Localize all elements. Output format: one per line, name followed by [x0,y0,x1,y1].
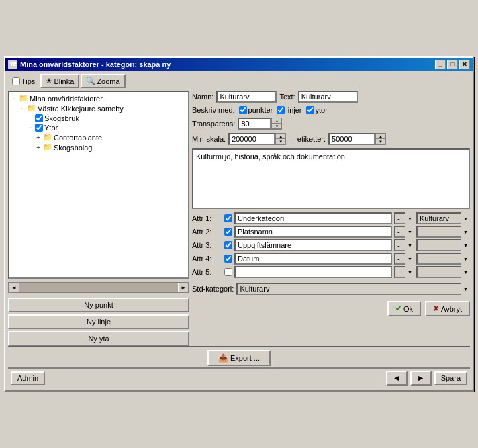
attr-rows: Attr 1: - ▼ Kulturarv [192,212,470,279]
tree-check-3[interactable] [35,124,43,132]
scroll-right-button[interactable]: ► [178,283,189,292]
avbryt-icon: ✘ [433,304,439,313]
etiketter-spin-up[interactable]: ▲ [376,134,385,139]
namn-text-row: Namn: Kulturarv Text: Kulturarv [192,91,470,103]
tree-item-2[interactable]: Skogsbruk [27,114,187,123]
export-label: Export ... [230,354,260,362]
linjer-checkbox-label: linjer [277,106,301,114]
text-input[interactable]: Kulturarv [298,91,358,103]
tree-view[interactable]: − 📁 Mina omvärldsfaktorer − 📁 Västra Kik… [8,91,189,279]
ok-icon: ✔ [395,304,401,313]
attr-5-checkbox[interactable] [224,268,232,276]
attr-4-input[interactable] [234,253,392,265]
transparens-input[interactable]: 80 [238,118,271,130]
punkter-checkbox-label: punkter [239,106,273,114]
attr-1-checkbox[interactable] [224,214,232,222]
attr-5-input[interactable] [234,266,392,278]
window-content: Tips ☀ Blinka 🔍 Zooma − 📁 Mina omv [5,71,473,390]
etiketter-spin-down[interactable]: ▼ [376,139,385,144]
linjer-checkbox[interactable] [277,106,285,114]
attr-3-select1[interactable]: - [394,239,414,251]
etiketter-spin-arrows: ▲ ▼ [375,133,386,145]
attr-2-checkbox[interactable] [224,228,232,236]
std-kategori-label: Std-kategori: [192,285,234,293]
attr-5-select1[interactable]: - [394,266,414,278]
tree-item-4[interactable]: + 📁 Contortaplante [35,132,187,142]
transparens-spin-down[interactable]: ▼ [272,124,281,129]
tree-item-1[interactable]: − 📁 Västra Kikkejaure sameby [19,103,187,114]
attr-2-select1[interactable]: - [394,226,414,238]
ytor-checkbox[interactable] [306,106,314,114]
zooma-button[interactable]: 🔍 Zooma [81,74,125,88]
attr-row-1: Attr 1: - ▼ Kulturarv [192,212,470,224]
ok-button[interactable]: ✔ Ok [387,301,421,316]
attr-row-2: Attr 2: - ▼ ▼ [192,226,470,238]
attr-4-select2[interactable] [416,253,470,265]
attr-5-select2[interactable] [416,266,470,278]
std-kategori-select-wrap: Kulturarv ▼ [236,283,470,295]
blinka-button[interactable]: ☀ Blinka [40,74,79,88]
status-bar: Admin ◄ ► Spara [8,367,470,388]
folder-icon-4: 📁 [43,133,52,142]
tree-item-3[interactable]: − Ytor [27,123,187,132]
namn-input[interactable]: Kulturarv [216,91,277,103]
main-window: 🗺 Mina omvärldsfaktorer - kategori: skap… [4,56,474,392]
transparens-spin-up[interactable]: ▲ [272,118,281,124]
ytor-label: ytor [316,106,328,114]
left-buttons: Ny punkt Ny linje Ny yta [8,298,189,346]
tree-label-0: Mina omvärldsfaktorer [30,95,103,103]
tree-item-root[interactable]: − 📁 Mina omvärldsfaktorer [11,93,187,103]
description-area: Kulturmiljö, historia, språk och dokumen… [192,148,470,210]
tree-check-2[interactable] [35,114,43,122]
attr-4-checkbox[interactable] [224,255,232,263]
attr-2-select2[interactable] [416,226,470,238]
std-kategori-select[interactable]: Kulturarv [236,283,470,295]
maximize-button[interactable]: □ [447,60,458,69]
attr-1-select1[interactable]: - [394,212,414,224]
folder-icon-0: 📁 [19,94,28,103]
ny-punkt-button[interactable]: Ny punkt [8,298,189,312]
attr-1-input[interactable] [234,212,392,224]
attr-4-select1[interactable]: - [394,253,414,265]
transparens-label: Transparens: [192,120,235,128]
attr-1-label: Attr 1: [192,214,222,222]
attr-5-label: Attr 5: [192,268,222,276]
tree-label-5: Skogsbolag [54,144,93,152]
tree-label-4: Contortaplante [54,134,102,142]
tree-item-5[interactable]: + 📁 Skogsbolag [35,142,187,152]
min-skala-spin-down[interactable]: ▼ [276,139,285,144]
attr-1-select2[interactable]: Kulturarv [416,212,470,224]
etiketter-input[interactable]: 50000 [328,133,375,145]
horizontal-scrollbar[interactable]: ◄ ► [8,282,189,293]
min-skala-spin-up[interactable]: ▲ [276,134,285,139]
ytor-checkbox-label: ytor [306,106,328,114]
description-textarea[interactable]: Kulturmiljö, historia, språk och dokumen… [192,148,470,209]
attr-3-checkbox[interactable] [224,241,232,249]
spara-button[interactable]: Spara [434,371,467,385]
minimize-button[interactable]: _ [435,60,446,69]
min-skala-input[interactable]: 200000 [228,133,275,145]
attr-3-label: Attr 3: [192,241,222,249]
tips-checkbox[interactable] [12,77,20,85]
blinka-label: Blinka [54,77,74,85]
ny-linje-button[interactable]: Ny linje [8,314,189,329]
punkter-checkbox[interactable] [239,106,247,114]
window-title: Mina omvärldsfaktorer - kategori: skapa … [20,60,171,69]
attr-2-input[interactable] [234,226,392,238]
avbryt-button[interactable]: ✘ Avbryt [425,301,470,316]
attr-2-label: Attr 2: [192,228,222,236]
back-button[interactable]: ◄ [386,371,408,386]
ny-yta-button[interactable]: Ny yta [8,331,189,346]
attr-3-select2[interactable] [416,239,470,251]
main-area: − 📁 Mina omvärldsfaktorer − 📁 Västra Kik… [8,91,470,346]
close-button[interactable]: ✕ [459,60,470,69]
attr-3-select1-wrap: - ▼ [394,239,414,251]
export-button[interactable]: 📤 Export ... [207,350,271,366]
attr-5-select1-wrap: - ▼ [394,266,414,278]
title-bar-left: 🗺 Mina omvärldsfaktorer - kategori: skap… [8,60,171,69]
scroll-left-button[interactable]: ◄ [9,283,19,292]
attr-3-input[interactable] [234,239,392,251]
admin-button[interactable]: Admin [11,371,45,385]
forward-button[interactable]: ► [410,371,432,386]
scroll-track[interactable] [19,283,178,292]
